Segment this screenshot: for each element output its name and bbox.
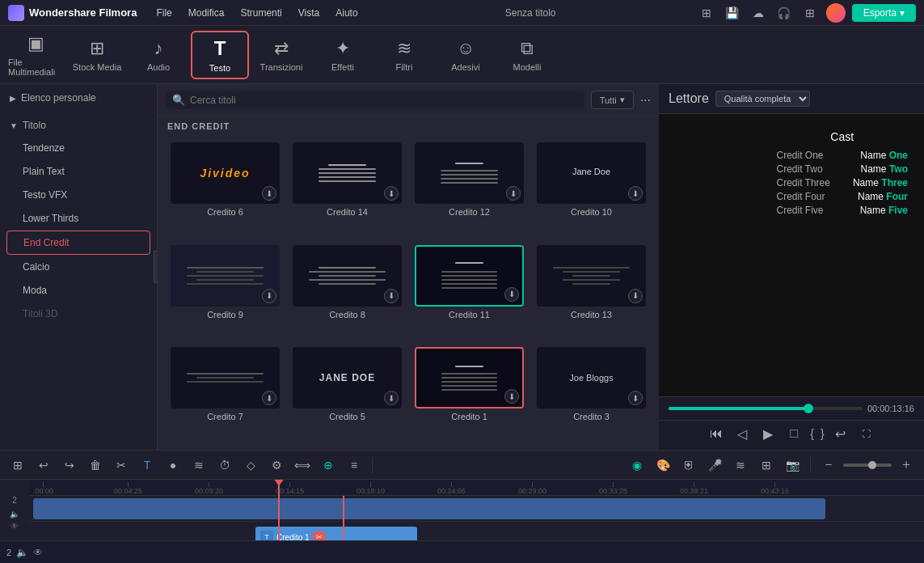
app-logo: Wondershare Filmora	[8, 5, 137, 21]
search-input[interactable]	[190, 95, 578, 106]
sidebar-item-titoli-3d[interactable]: Titoli 3D	[6, 303, 150, 325]
download-icon-14[interactable]: ⬇	[384, 186, 399, 201]
ruler-mark-8: 00:38:21	[680, 482, 708, 495]
progress-bar[interactable]	[669, 407, 863, 410]
menu-strumenti[interactable]: Strumenti	[234, 6, 288, 20]
sidebar-item-tendenze[interactable]: Tendenze	[6, 137, 150, 159]
menu-vista[interactable]: Vista	[292, 6, 326, 20]
list-item[interactable]: JANE DOE ⬇ Credito 5	[289, 347, 405, 443]
tl-zoom-out-button[interactable]: －	[817, 454, 840, 476]
timeline-playhead[interactable]	[278, 480, 280, 540]
list-item[interactable]: ⬇ Credito 1	[411, 347, 527, 443]
titolo-arrow: ▼	[10, 121, 18, 130]
sidebar-item-moda[interactable]: Moda	[6, 279, 150, 302]
out-point-button[interactable]: }	[821, 427, 825, 440]
tl-list-button[interactable]: ≡	[343, 454, 365, 476]
list-item[interactable]: ⬇ Credito 12	[411, 142, 527, 239]
zoom-slider[interactable]	[843, 464, 892, 467]
tool-adesivi[interactable]: ☺ Adesivi	[437, 31, 495, 79]
tl-zoom-in-button[interactable]: ＋	[895, 454, 918, 476]
download-icon-12[interactable]: ⬇	[506, 186, 521, 201]
play-button[interactable]: ▶	[758, 424, 778, 443]
tool-audio[interactable]: ♪ Audio	[129, 31, 188, 79]
fullscreen-button[interactable]: ⛶	[857, 424, 876, 443]
track-clip-main[interactable]	[33, 498, 825, 519]
panel-collapse-button[interactable]: ‹	[154, 251, 158, 283]
tl-undo-button[interactable]: ↩	[32, 454, 55, 476]
download-icon-13[interactable]: ⬇	[628, 289, 643, 303]
save-icon[interactable]: 💾	[723, 3, 742, 23]
tl-circle-button[interactable]: ●	[162, 454, 184, 476]
in-point-button[interactable]: {	[810, 427, 814, 440]
user-avatar[interactable]	[826, 3, 846, 23]
download-icon-11[interactable]: ⬇	[504, 287, 519, 302]
sidebar-item-calcio[interactable]: Calcio	[6, 256, 150, 278]
frame-back-button[interactable]: ◁	[732, 424, 752, 443]
menu-aiuto[interactable]: Aiuto	[329, 6, 364, 20]
list-item[interactable]: Jivideo ⬇ Credito 6	[167, 142, 283, 239]
eye-icon[interactable]: 👁	[33, 547, 43, 558]
tool-effetti[interactable]: ✦ Effetti	[314, 31, 372, 79]
stop-button[interactable]: □	[784, 424, 804, 443]
loop-button[interactable]: ↩	[831, 424, 850, 443]
list-item[interactable]: Jane Doe ⬇ Credito 10	[534, 142, 649, 239]
tl-grid2-button[interactable]: ⊞	[755, 454, 778, 476]
list-item[interactable]: ⬇ Credito 14	[289, 142, 405, 239]
tl-shield-button[interactable]: ⛨	[677, 454, 700, 476]
more-options-button[interactable]: ···	[640, 93, 651, 108]
sidebar-item-plain-text[interactable]: Plain Text	[6, 160, 150, 183]
tl-color-button[interactable]: 🎨	[652, 454, 674, 476]
tl-add-button[interactable]: ⊕	[317, 454, 340, 476]
tl-delete-button[interactable]: 🗑	[84, 454, 107, 476]
list-item[interactable]: ⬇ Credito 7	[167, 347, 283, 443]
list-item[interactable]: ⬇ Credito 9	[167, 245, 283, 341]
tool-transizioni[interactable]: ⇄ Transizioni	[252, 31, 310, 79]
speaker-icon[interactable]: 🔈	[16, 547, 28, 558]
cloud-icon[interactable]: ☁	[749, 3, 768, 23]
tl-snap-button[interactable]: ⊞	[6, 454, 29, 476]
sidebar-item-lower-thirds[interactable]: Lower Thirds	[6, 207, 150, 230]
tool-file-multimediali[interactable]: ▣ File Multimediali	[6, 31, 65, 79]
tl-swap-button[interactable]: ⟺	[291, 454, 314, 476]
titolo-header[interactable]: ▼ Titolo	[0, 115, 157, 136]
elenco-personale-header[interactable]: ▶ Elenco personale	[0, 87, 157, 108]
tool-testo[interactable]: T Testo	[191, 31, 249, 79]
tool-modelli[interactable]: ⧉ Modelli	[498, 31, 556, 79]
sidebar-item-end-credit[interactable]: End Credit	[6, 231, 150, 255]
download-icon-10[interactable]: ⬇	[628, 186, 643, 201]
tl-filter-button[interactable]: ≋	[188, 454, 210, 476]
tl-redo-button[interactable]: ↪	[58, 454, 81, 476]
download-icon-9[interactable]: ⬇	[262, 289, 276, 303]
menu-file[interactable]: File	[150, 6, 178, 20]
tl-mic-button[interactable]: 🎤	[703, 454, 726, 476]
tl-img-button[interactable]: 📷	[781, 454, 804, 476]
playback-controls: ⏮ ◁ ▶ □ { } ↩ ⛶	[659, 420, 924, 450]
tl-diamond-button[interactable]: ◇	[239, 454, 262, 476]
quality-select[interactable]: Qualità completa	[715, 91, 810, 107]
screen-icon[interactable]: ⊞	[697, 3, 716, 23]
download-icon-8[interactable]: ⬇	[384, 289, 399, 303]
sidebar-item-testo-vfx[interactable]: Testo VFX	[6, 184, 150, 206]
download-icon-6[interactable]: ⬇	[262, 186, 276, 201]
step-back-button[interactable]: ⏮	[707, 424, 726, 443]
list-item[interactable]: ⬇ Credito 11	[411, 245, 527, 341]
list-item[interactable]: Joe Bloggs ⬇ Credito 3	[534, 347, 649, 443]
viewer-title: Lettore	[669, 91, 709, 106]
export-button[interactable]: Esporta ▾	[852, 4, 916, 22]
tl-cut-button[interactable]: ✂	[110, 454, 133, 476]
list-item[interactable]: ⬇ Credito 13	[534, 245, 649, 341]
tl-tracking-button[interactable]: ◉	[626, 454, 648, 476]
tl-ai-button[interactable]: ≋	[729, 454, 752, 476]
tool-filtri[interactable]: ≋ Filtri	[375, 31, 433, 79]
text-clip[interactable]: T Credito 1 ✂	[255, 527, 417, 540]
grid-icon[interactable]: ⊞	[800, 3, 820, 23]
list-item[interactable]: ⬇ Credito 8	[289, 245, 405, 341]
menu-modifica[interactable]: Modifica	[182, 6, 231, 20]
tl-timer-button[interactable]: ⏱	[213, 454, 236, 476]
tool-stock-media[interactable]: ⊞ Stock Media	[68, 31, 126, 79]
credit-thumb-5: JANE DOE ⬇	[293, 347, 402, 408]
tl-text-button[interactable]: T	[136, 454, 158, 476]
tl-gear-button[interactable]: ⚙	[265, 454, 288, 476]
headset-icon[interactable]: 🎧	[774, 3, 794, 23]
filter-button[interactable]: Tutti ▾	[591, 91, 634, 109]
